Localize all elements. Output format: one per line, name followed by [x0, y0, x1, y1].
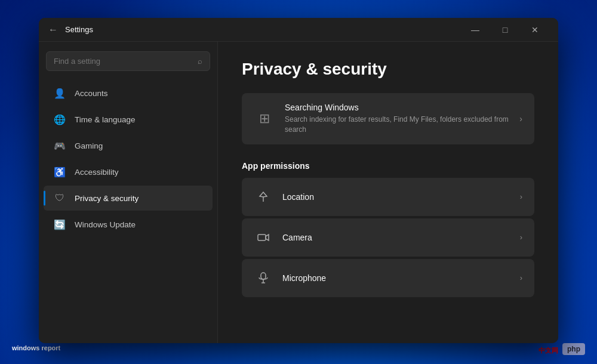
page-title: Privacy & security — [242, 60, 534, 79]
search-icon: ⌕ — [198, 57, 202, 66]
location-label: Location — [282, 192, 510, 202]
back-button[interactable]: ← — [48, 24, 58, 35]
time-language-label: Time & language — [75, 115, 136, 124]
location-icon — [254, 187, 273, 206]
accounts-label: Accounts — [75, 89, 108, 98]
microphone-icon — [254, 269, 273, 288]
sidebar-item-accessibility[interactable]: ♿ Accessibility — [44, 159, 213, 184]
accessibility-label: Accessibility — [75, 168, 119, 177]
camera-icon — [254, 228, 273, 247]
searching-windows-card[interactable]: ⊞ Searching Windows Search indexing for … — [242, 93, 534, 144]
accessibility-icon: ♿ — [53, 165, 66, 178]
sidebar-item-windows-update[interactable]: 🔄 Windows Update — [44, 212, 213, 237]
window-controls: — □ ✕ — [461, 20, 549, 39]
searching-windows-desc: Search indexing for faster results, Find… — [285, 115, 510, 135]
close-button[interactable]: ✕ — [521, 20, 549, 39]
searching-windows-title: Searching Windows — [285, 103, 510, 112]
permission-camera[interactable]: Camera › — [242, 218, 534, 257]
windows-report-logo: windows report — [12, 344, 60, 352]
accounts-icon: 👤 — [53, 87, 66, 100]
searching-windows-text: Searching Windows Search indexing for fa… — [285, 103, 510, 135]
searching-windows-chevron: › — [519, 114, 522, 124]
time-language-icon: 🌐 — [53, 113, 66, 126]
search-box[interactable]: ⌕ — [46, 51, 210, 71]
php-watermark: php — [562, 343, 585, 355]
maximize-button[interactable]: □ — [491, 20, 519, 39]
sidebar-item-gaming[interactable]: 🎮 Gaming — [44, 133, 213, 158]
privacy-security-label: Privacy & security — [75, 194, 139, 203]
sidebar-item-time-language[interactable]: 🌐 Time & language — [44, 107, 213, 132]
cn-watermark: 中文网 — [538, 346, 558, 355]
app-permissions-heading: App permissions — [242, 161, 534, 171]
microphone-chevron: › — [520, 273, 522, 282]
camera-chevron: › — [520, 233, 522, 242]
camera-label: Camera — [282, 233, 510, 242]
sidebar-item-accounts[interactable]: 👤 Accounts — [44, 81, 213, 106]
location-chevron: › — [520, 192, 522, 201]
window-body: ⌕ 👤 Accounts 🌐 Time & language 🎮 Gaming … — [39, 42, 558, 343]
settings-window: ← Settings — □ ✕ ⌕ 👤 Accounts 🌐 Time & l… — [39, 18, 558, 343]
title-bar: ← Settings — □ ✕ — [39, 18, 558, 42]
searching-windows-icon: ⊞ — [254, 108, 275, 129]
gaming-icon: 🎮 — [53, 139, 66, 152]
search-input[interactable] — [54, 57, 193, 66]
minimize-button[interactable]: — — [461, 20, 489, 39]
sidebar-item-privacy-security[interactable]: 🛡 Privacy & security — [44, 186, 213, 211]
windows-update-label: Windows Update — [75, 220, 136, 229]
microphone-label: Microphone — [282, 273, 510, 283]
permission-location[interactable]: Location › — [242, 178, 534, 216]
gaming-label: Gaming — [75, 141, 103, 150]
svg-rect-2 — [261, 273, 266, 279]
permission-microphone[interactable]: Microphone › — [242, 259, 534, 297]
main-content: Privacy & security ⊞ Searching Windows S… — [218, 42, 558, 343]
svg-rect-1 — [258, 235, 266, 240]
window-title: Settings — [65, 25, 93, 34]
sidebar: ⌕ 👤 Accounts 🌐 Time & language 🎮 Gaming … — [39, 42, 218, 343]
windows-update-icon: 🔄 — [53, 218, 66, 231]
privacy-security-icon: 🛡 — [53, 192, 66, 205]
